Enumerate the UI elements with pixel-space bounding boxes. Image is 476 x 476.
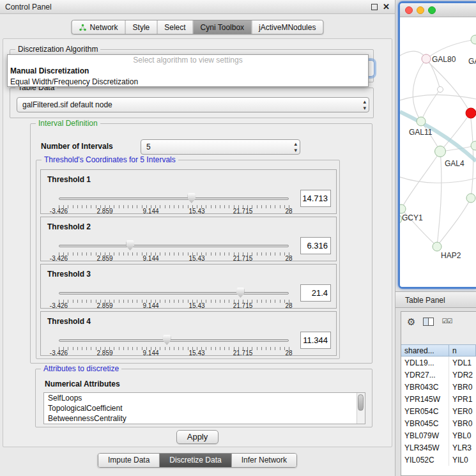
window-title: Control Panel bbox=[5, 3, 52, 12]
network-node-gal4[interactable] bbox=[435, 146, 446, 157]
scale-label: 21.715 bbox=[233, 302, 253, 309]
threshold-2-slider[interactable] bbox=[59, 240, 289, 251]
table-row[interactable]: YPR145W YPR1 bbox=[401, 393, 476, 405]
table-body: YDL19... YDL1 YDR27... YDR2 YBR043C YBR0… bbox=[401, 357, 476, 476]
zoom-button[interactable] bbox=[428, 6, 436, 14]
scale-label: 28 bbox=[285, 208, 292, 215]
minimize-button[interactable] bbox=[417, 6, 424, 14]
network-node[interactable] bbox=[438, 87, 443, 93]
scale-label: 15.43 bbox=[188, 349, 204, 357]
dropdown-option-equal-width[interactable]: Equal Width/Frequency Discretization bbox=[8, 77, 368, 88]
network-node-gal11[interactable] bbox=[417, 117, 426, 126]
table-header-row: shared... n bbox=[401, 344, 476, 357]
tab-style[interactable]: Style bbox=[126, 20, 158, 34]
network-node-gcy1[interactable] bbox=[400, 204, 406, 213]
table-row[interactable]: YDL19... YDL1 bbox=[401, 357, 476, 369]
network-node[interactable] bbox=[466, 194, 475, 203]
close-icon[interactable]: ✕ bbox=[383, 2, 390, 12]
tab-label: jActiveMNodules bbox=[259, 23, 316, 32]
scale-label: -3.426 bbox=[50, 302, 68, 309]
tab-select[interactable]: Select bbox=[157, 20, 193, 34]
cell-shared-name: YPR145W bbox=[401, 393, 449, 405]
number-of-intervals-label: Number of Intervals bbox=[41, 142, 113, 151]
table-row[interactable]: YLR345W YLR3 bbox=[401, 441, 476, 454]
table-toolbar: ⚙ ☑☑ bbox=[401, 312, 476, 331]
tab-label: Style bbox=[133, 23, 150, 32]
tab-jactivemnodules[interactable]: jActiveMNodules bbox=[252, 20, 323, 34]
threshold-4-panel: Threshold 4 -3.426 2.859 9.144 15.43 21.… bbox=[40, 311, 337, 356]
tab-network[interactable]: Network bbox=[72, 20, 126, 34]
table-row[interactable]: YBR043C YBR0 bbox=[401, 381, 476, 393]
cell-shared-name: YDR27... bbox=[401, 369, 449, 381]
combo-arrows-icon: ▴▾ bbox=[294, 141, 297, 153]
slider-handle[interactable] bbox=[236, 288, 245, 298]
threshold-3-value-input[interactable] bbox=[300, 284, 331, 302]
number-of-intervals-select[interactable]: 5 ▴▾ bbox=[141, 139, 300, 155]
cell-name: YBR0 bbox=[449, 381, 476, 393]
attributes-group: Attributes to discretize Numerical Attri… bbox=[35, 369, 372, 427]
select-checkboxes-icon[interactable]: ☑☑ bbox=[441, 318, 452, 325]
network-canvas[interactable]: GAL80 GA GAL11 GAL4 GCY1 HAP2 bbox=[400, 17, 476, 288]
settings-gear-icon[interactable]: ⚙ bbox=[407, 317, 415, 326]
slider-handle[interactable] bbox=[187, 193, 196, 203]
table-data-group: Table Data galFiltered.sif default node … bbox=[10, 88, 374, 118]
slider-handle[interactable] bbox=[163, 335, 171, 345]
algorithm-dropdown-popup: Select algorithm to view settings Manual… bbox=[7, 54, 369, 87]
table-row[interactable]: YDR27... YDR2 bbox=[401, 369, 476, 381]
slider-handle[interactable] bbox=[126, 240, 134, 250]
scale-label: 21.715 bbox=[233, 349, 253, 357]
control-panel-titlebar[interactable]: Control Panel ✕ bbox=[0, 0, 395, 14]
cell-name: YER0 bbox=[449, 405, 476, 417]
tab-infer-network[interactable]: Infer Network bbox=[232, 454, 296, 467]
scrollbar-thumb[interactable] bbox=[358, 394, 364, 411]
combo-arrows-icon: ▴▾ bbox=[363, 98, 366, 111]
list-scrollbar[interactable] bbox=[357, 393, 365, 424]
threshold-1-slider[interactable] bbox=[59, 193, 289, 204]
threshold-4-label: Threshold 4 bbox=[47, 317, 91, 326]
scale-label: -3.426 bbox=[50, 349, 68, 357]
threshold-3-slider[interactable] bbox=[59, 288, 289, 298]
table-panel-titlebar[interactable]: Table Panel bbox=[395, 291, 476, 308]
network-node-selected-red[interactable] bbox=[466, 108, 476, 118]
list-item[interactable]: TopologicalCoefficient bbox=[44, 403, 365, 413]
scale-label: 2.859 bbox=[96, 302, 112, 309]
dropdown-option-manual-discretization[interactable]: Manual Discretization bbox=[8, 66, 368, 77]
float-window-icon[interactable] bbox=[371, 4, 378, 10]
column-selector-icon[interactable] bbox=[423, 318, 434, 326]
network-node[interactable] bbox=[471, 141, 476, 150]
column-header-name[interactable]: n bbox=[449, 344, 476, 357]
table-row[interactable]: YIL052C YIL0 bbox=[401, 454, 476, 466]
table-row[interactable]: YBL079W YBL0 bbox=[401, 429, 476, 441]
table-row[interactable]: YBR045C YBR0 bbox=[401, 417, 476, 429]
threshold-4-slider[interactable] bbox=[59, 335, 289, 346]
attributes-list[interactable]: SelfLoops TopologicalCoefficient Between… bbox=[43, 392, 365, 424]
close-button[interactable] bbox=[405, 6, 413, 14]
network-window-titlebar[interactable] bbox=[400, 3, 476, 17]
cell-name: YDR2 bbox=[449, 369, 476, 381]
slider-track bbox=[59, 197, 289, 200]
network-node-hap2[interactable] bbox=[433, 242, 441, 251]
list-item[interactable]: BetweennessCentrality bbox=[44, 413, 365, 424]
cell-shared-name: YDL19... bbox=[401, 357, 449, 369]
thresholds-group: Threshold's Coordinates for 5 Intervals … bbox=[36, 160, 340, 359]
threshold-4-value-input[interactable] bbox=[300, 332, 331, 349]
node-label-gal80: GAL80 bbox=[432, 55, 456, 64]
dropdown-placeholder-option: Select algorithm to view settings bbox=[8, 55, 368, 66]
threshold-2-value-input[interactable] bbox=[300, 237, 331, 254]
list-item[interactable]: SelfLoops bbox=[44, 393, 365, 403]
network-node-gal80[interactable] bbox=[422, 54, 431, 63]
scale-label: 2.859 bbox=[96, 208, 112, 215]
tab-discretize-data[interactable]: Discretize Data bbox=[160, 454, 231, 467]
slider-scale: -3.426 2.859 9.144 15.43 21.715 28 bbox=[59, 302, 289, 309]
network-node[interactable] bbox=[471, 35, 476, 44]
apply-button[interactable]: Apply bbox=[176, 430, 219, 444]
tab-label: Select bbox=[164, 23, 185, 32]
scale-label: 21.715 bbox=[233, 255, 253, 262]
tab-cyni-toolbox[interactable]: Cyni Toolbox bbox=[194, 20, 252, 34]
column-header-shared-name[interactable]: shared... bbox=[401, 344, 449, 357]
table-data-select[interactable]: galFiltered.sif default node ▴▾ bbox=[17, 97, 369, 112]
threshold-1-value-input[interactable] bbox=[300, 190, 331, 207]
tab-impute-data[interactable]: Impute Data bbox=[98, 454, 160, 467]
table-row[interactable]: YER054C YER0 bbox=[401, 405, 476, 417]
node-label-hap2: HAP2 bbox=[441, 251, 461, 260]
